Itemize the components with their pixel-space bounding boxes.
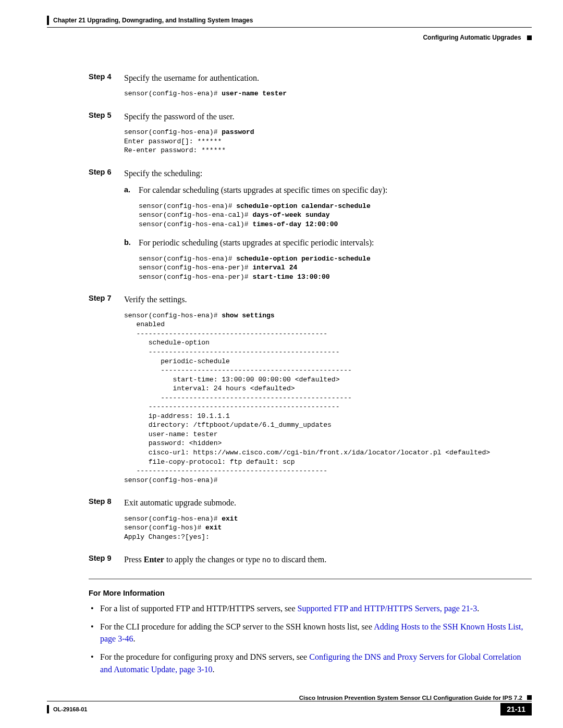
step6a-label: a. — [124, 184, 139, 232]
header-rule — [47, 27, 532, 28]
step4-code: sensor(config-hos-ena)# user-name tester — [124, 89, 532, 98]
section-title: Configuring Automatic Upgrades — [423, 34, 521, 41]
step6b-code: sensor(config-hos-ena)# schedule-option … — [139, 254, 532, 282]
section-rule — [89, 578, 532, 579]
chapter-title: Chapter 21 Upgrading, Downgrading, and I… — [53, 17, 253, 24]
step-label-4: Step 4 — [89, 72, 124, 102]
step7-code: sensor(config-hos-ena)# show settings en… — [124, 311, 532, 485]
step6a-text: For calendar scheduling (starts upgrades… — [139, 186, 387, 194]
step-label-7: Step 7 — [89, 294, 124, 488]
footer-doc-id: OL-29168-01 — [53, 706, 87, 712]
step6b-text: For periodic scheduling (starts upgrades… — [139, 238, 374, 247]
step-label-9: Step 9 — [89, 554, 124, 566]
step9-post: to discard them. — [271, 555, 327, 564]
step6a-code: sensor(config-hos-ena)# schedule-option … — [139, 202, 532, 229]
footer-bar-icon — [47, 705, 49, 713]
fmi-bullet-3: For the procedure for configuring proxy … — [89, 651, 532, 675]
step9-mid: to apply the changes or type — [164, 555, 262, 564]
step9-pre: Press — [124, 555, 144, 564]
step5-text: Specify the password of the user. — [124, 112, 235, 121]
link-ftp-servers[interactable]: Supported FTP and HTTP/HTTPS Servers, pa… — [297, 604, 477, 613]
step9-enter: Enter — [144, 555, 164, 564]
header-bar-icon — [47, 16, 49, 25]
step-label-5: Step 5 — [89, 111, 124, 158]
step-label-8: Step 8 — [89, 497, 124, 545]
step7-text: Verify the settings. — [124, 295, 187, 304]
step9-no: no — [262, 556, 271, 564]
step8-text: Exit automatic upgrade submode. — [124, 498, 236, 507]
step6-text: Specify the scheduling: — [124, 169, 202, 178]
fmi-bullet-1: For a list of supported FTP and HTTP/HTT… — [89, 602, 532, 614]
footer-square-icon — [527, 695, 532, 700]
step-label-6: Step 6 — [89, 168, 124, 285]
step4-text: Specify the username for authentication. — [124, 73, 259, 82]
step6b-label: b. — [124, 237, 139, 285]
fmi-bullet-2: For the CLI procedure for adding the SCP… — [89, 621, 532, 645]
step5-code: sensor(config-hos-ena)# password Enter p… — [124, 128, 532, 155]
fmi-heading: For More Information — [89, 589, 532, 597]
header-square-icon — [527, 35, 532, 40]
step8-code: sensor(config-hos-ena)# exit sensor(conf… — [124, 514, 532, 542]
page-number-badge: 21-11 — [500, 703, 532, 715]
footer-doc-title: Cisco Intrusion Prevention System Sensor… — [299, 695, 522, 701]
